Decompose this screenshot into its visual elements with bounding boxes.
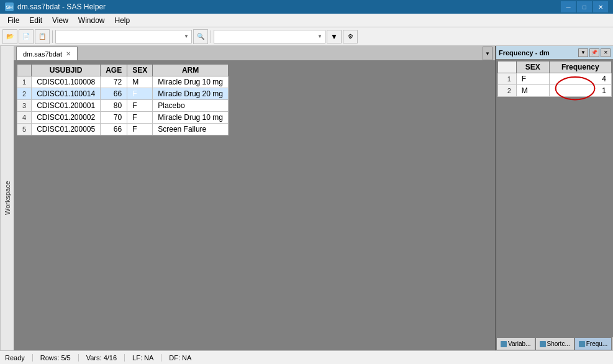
table-row[interactable]: Screen Failure: [153, 124, 229, 135]
toolbar-filter-dropdown[interactable]: ▼: [214, 30, 325, 43]
freq-table-row-num: 2: [498, 85, 517, 97]
rpanel-tab-frequency-label: Frequ...: [586, 340, 607, 347]
table-row[interactable]: Miracle Drug 10 mg: [153, 76, 229, 88]
data-table: USUBJID AGE SEX ARM 1CDISC01.10000872MMi…: [17, 64, 229, 135]
table-row[interactable]: F: [127, 88, 153, 100]
oval-annotation: [496, 60, 613, 337]
freq-col-freq[interactable]: Frequency: [549, 61, 611, 73]
workspace-sidebar[interactable]: Workspace: [0, 46, 14, 350]
right-panel: Frequency - dm ▼ 📌 ✕ SEX Frequency: [495, 46, 613, 350]
toolbar-open-btn[interactable]: 📂: [2, 29, 17, 44]
minimize-button[interactable]: ─: [561, 1, 576, 12]
menu-help[interactable]: Help: [110, 15, 135, 26]
toolbar-paste-btn[interactable]: 📋: [35, 29, 50, 44]
right-panel-title: Frequency - dm: [499, 49, 550, 57]
table-row[interactable]: 2CDISC01.10001466FMiracle Drug 20 mg: [17, 88, 229, 100]
close-button[interactable]: ✕: [593, 1, 608, 12]
freq-table-row-num: 1: [498, 73, 517, 85]
toolbar-filter-extra-btn[interactable]: ⚙: [343, 30, 358, 43]
col-header-age[interactable]: AGE: [101, 65, 127, 76]
window-title: dm.sas7bdat - SAS Helper: [17, 2, 106, 11]
freq-table-row[interactable]: F: [516, 73, 549, 85]
tab-label: dm.sas7bdat: [23, 50, 62, 58]
status-lf: LF: NA: [132, 354, 161, 362]
rpanel-tab-shortcuts-label: Shortc...: [547, 340, 570, 347]
table-row[interactable]: 4CDISC01.20000270FMiracle Drug 10 mg: [17, 112, 229, 124]
table-row-num: 5: [17, 124, 32, 135]
freq-table-row[interactable]: 1F4: [498, 73, 612, 85]
toolbar-filter-apply-btn[interactable]: ▼: [327, 30, 342, 43]
freq-table-row[interactable]: 1: [549, 85, 611, 97]
freq-table-row[interactable]: M: [516, 85, 549, 97]
menu-edit[interactable]: Edit: [24, 15, 47, 26]
status-df: DF: NA: [169, 354, 199, 362]
table-row[interactable]: CDISC01.200005: [32, 124, 101, 135]
data-table-container: USUBJID AGE SEX ARM 1CDISC01.10000872MMi…: [16, 63, 229, 136]
table-row[interactable]: F: [127, 100, 153, 112]
window-controls: ─ □ ✕: [561, 1, 608, 12]
table-row[interactable]: 1CDISC01.10000872MMiracle Drug 10 mg: [17, 76, 229, 88]
table-row[interactable]: Placebo: [153, 100, 229, 112]
table-row[interactable]: 5CDISC01.20000566FScreen Failure: [17, 124, 229, 135]
tab-bar: dm.sas7bdat ✕ ▼: [14, 46, 495, 61]
table-row[interactable]: CDISC01.200002: [32, 112, 101, 124]
panel-pin-btn[interactable]: 📌: [589, 48, 599, 57]
menu-file[interactable]: File: [2, 15, 24, 26]
workspace-label: Workspace: [4, 181, 11, 216]
rpanel-tab-shortcuts[interactable]: Shortc...: [535, 337, 574, 350]
main-layout: Workspace dm.sas7bdat ✕ ▼ USUBJID AGE: [0, 46, 613, 350]
table-row[interactable]: M: [127, 76, 153, 88]
freq-table-row[interactable]: 4: [549, 73, 611, 85]
table-row[interactable]: F: [127, 112, 153, 124]
table-row[interactable]: Miracle Drug 20 mg: [153, 88, 229, 100]
title-bar: SH dm.sas7bdat - SAS Helper ─ □ ✕: [0, 0, 613, 14]
table-row[interactable]: CDISC01.100014: [32, 88, 101, 100]
freq-table-row[interactable]: 2M1: [498, 85, 612, 97]
freq-table-wrapper: SEX Frequency 1F42M1: [496, 60, 613, 337]
freq-rownum-header: [498, 61, 517, 73]
col-header-arm[interactable]: ARM: [153, 65, 229, 76]
col-header-sex[interactable]: SEX: [127, 65, 153, 76]
status-bar: Ready Rows: 5/5 Vars: 4/16 LF: NA DF: NA: [0, 350, 613, 364]
toolbar-sep-1: [52, 30, 53, 43]
tab-dm[interactable]: dm.sas7bdat ✕: [16, 47, 78, 60]
toolbar: 📂 📄 📋 ▼ 🔍 ▼ ▼ ⚙: [0, 27, 613, 46]
data-area: USUBJID AGE SEX ARM 1CDISC01.10000872MMi…: [14, 61, 495, 350]
freq-col-sex[interactable]: SEX: [516, 61, 549, 73]
menu-window[interactable]: Window: [73, 15, 110, 26]
status-vars: Vars: 4/16: [86, 354, 125, 362]
table-row[interactable]: 66: [101, 88, 127, 100]
table-row[interactable]: 70: [101, 112, 127, 124]
rpanel-tab-frequency[interactable]: Frequ...: [574, 337, 612, 350]
variables-icon: [501, 341, 507, 347]
table-row[interactable]: 72: [101, 76, 127, 88]
table-row[interactable]: 80: [101, 100, 127, 112]
table-row[interactable]: CDISC01.200001: [32, 100, 101, 112]
menu-bar: File Edit View Window Help: [0, 14, 613, 27]
toolbar-search-btn[interactable]: 🔍: [193, 29, 208, 44]
toolbar-sep-2: [211, 30, 211, 43]
toolbar-copy-btn[interactable]: 📄: [19, 29, 34, 44]
panel-close-btn[interactable]: ✕: [601, 48, 611, 57]
table-row[interactable]: 3CDISC01.20000180FPlacebo: [17, 100, 229, 112]
panel-collapse-btn[interactable]: ▼: [578, 48, 588, 57]
table-row[interactable]: F: [127, 124, 153, 135]
maximize-button[interactable]: □: [577, 1, 592, 12]
freq-table: SEX Frequency 1F42M1: [497, 61, 612, 97]
col-header-usubjid[interactable]: USUBJID: [32, 65, 101, 76]
table-row-num: 1: [17, 76, 32, 88]
rpanel-tab-variables-label: Variab...: [508, 340, 531, 347]
col-header-rownum: [17, 65, 32, 76]
frequency-icon: [579, 341, 585, 347]
tab-close-icon[interactable]: ✕: [66, 50, 71, 57]
table-row[interactable]: 66: [101, 124, 127, 135]
table-row[interactable]: Miracle Drug 10 mg: [153, 112, 229, 124]
menu-view[interactable]: View: [47, 15, 73, 26]
tab-dropdown-btn[interactable]: ▼: [483, 47, 493, 60]
content-area: dm.sas7bdat ✕ ▼ USUBJID AGE SEX ARM: [14, 46, 495, 350]
table-row[interactable]: CDISC01.100008: [32, 76, 101, 88]
chevron-down-icon-2: ▼: [317, 34, 322, 39]
rpanel-tab-variables[interactable]: Variab...: [496, 337, 535, 350]
status-ready: Ready: [5, 354, 33, 362]
toolbar-dataset-dropdown[interactable]: ▼: [55, 30, 192, 43]
